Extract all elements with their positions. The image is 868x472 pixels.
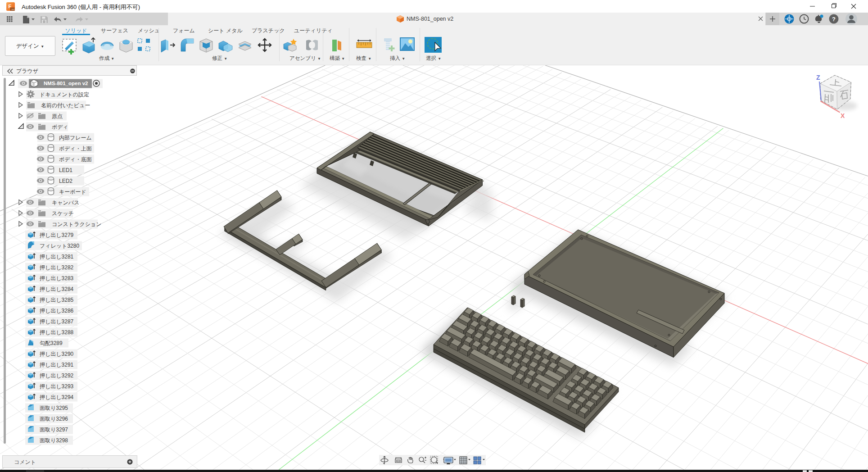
svg-text:名前の付いたビュー: 名前の付いたビュー (41, 102, 90, 109)
svg-text:X: X (841, 112, 845, 119)
svg-text:ドキュメントの設定: ドキュメントの設定 (40, 91, 89, 98)
svg-text:押し出し3279: 押し出し3279 (39, 232, 74, 238)
svg-text:押し出し3285: 押し出し3285 (39, 297, 74, 303)
svg-text:面取り3296: 面取り3296 (40, 416, 68, 422)
svg-text:原点: 原点 (52, 113, 63, 119)
svg-text:ボディ: ボディ (52, 124, 68, 130)
svg-text:キーボード: キーボード (59, 189, 86, 195)
svg-text:押し出し3291: 押し出し3291 (39, 362, 74, 368)
svg-text:押し出し3290: 押し出し3290 (39, 351, 74, 357)
svg-text:内部フレーム: 内部フレーム (59, 135, 92, 141)
svg-text:スケッチ: スケッチ (52, 210, 74, 217)
svg-text:360: 360 (11, 8, 15, 11)
svg-text:勾配3289: 勾配3289 (40, 340, 63, 346)
svg-text:Z: Z (816, 74, 820, 81)
svg-text:押し出し3292: 押し出し3292 (39, 372, 74, 379)
svg-text:キャンバス: キャンバス (52, 200, 79, 206)
svg-text:押し出し3286: 押し出し3286 (39, 308, 74, 314)
svg-text:ボディ・上面: ボディ・上面 (59, 145, 92, 152)
svg-text:押し出し3281: 押し出し3281 (39, 254, 74, 260)
svg-text:押し出し3282: 押し出し3282 (39, 264, 74, 271)
svg-text:押し出し3288: 押し出し3288 (39, 329, 74, 336)
svg-text:ボディ・底面: ボディ・底面 (59, 156, 92, 163)
svg-text:押し出し3284: 押し出し3284 (39, 286, 74, 292)
svg-text:?: ? (832, 16, 836, 23)
svg-text:LED2: LED2 (59, 178, 72, 184)
svg-text:押し出し3294: 押し出し3294 (39, 394, 74, 400)
svg-text:押し出し3287: 押し出し3287 (39, 318, 74, 325)
svg-text:フィレット3280: フィレット3280 (40, 243, 79, 249)
svg-text:押し出し3283: 押し出し3283 (39, 275, 74, 281)
svg-text:面取り3297: 面取り3297 (40, 427, 68, 433)
svg-text:LED1: LED1 (59, 167, 72, 173)
svg-text:押し出し3293: 押し出し3293 (39, 383, 74, 390)
svg-text:NMS-801_open v2: NMS-801_open v2 (44, 81, 88, 86)
svg-text:コンストラクション: コンストラクション (52, 221, 102, 227)
svg-text:面取り3298: 面取り3298 (40, 437, 68, 444)
svg-text:面取り3295: 面取り3295 (40, 405, 68, 411)
